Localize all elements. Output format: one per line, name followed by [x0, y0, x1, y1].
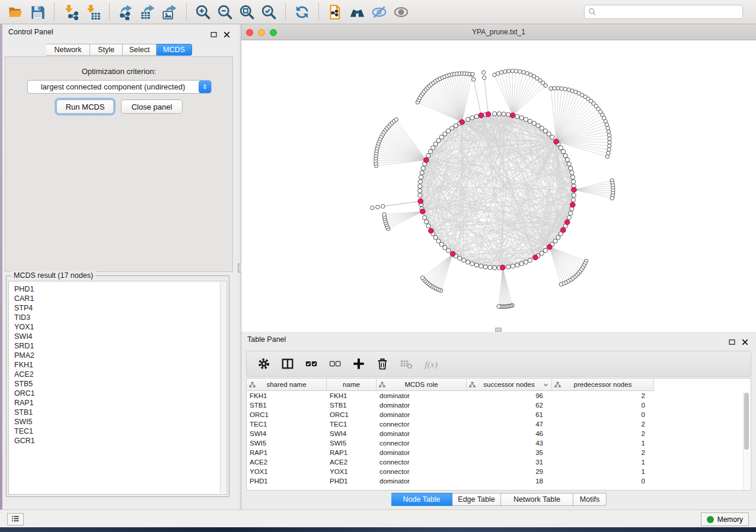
- leaf-node[interactable]: [607, 133, 611, 137]
- add-column-icon[interactable]: [352, 357, 365, 370]
- leaf-node[interactable]: [507, 69, 511, 73]
- panel-menu-button[interactable]: [7, 513, 24, 525]
- network-node[interactable]: [543, 248, 547, 252]
- network-node[interactable]: [446, 248, 450, 252]
- horizontal-splitter-handle[interactable]: [495, 328, 502, 332]
- zoom-selected-icon[interactable]: [261, 4, 277, 20]
- table-row[interactable]: TEC1 TEC1 connector 47 2: [247, 419, 751, 429]
- network-node[interactable]: [559, 146, 563, 150]
- select-all-icon[interactable]: [305, 357, 318, 370]
- column-header[interactable]: shared name: [247, 379, 327, 391]
- leaf-node[interactable]: [482, 76, 486, 79]
- network-node[interactable]: [519, 262, 524, 266]
- mcds-hub-node[interactable]: [450, 251, 455, 257]
- mcds-hub-node[interactable]: [420, 209, 425, 214]
- leaf-node[interactable]: [514, 69, 518, 73]
- column-header[interactable]: MCDS role: [377, 379, 467, 391]
- control-panel-tab[interactable]: Network: [46, 44, 90, 56]
- leaf-node[interactable]: [376, 205, 379, 209]
- control-panel-tab[interactable]: MCDS: [157, 44, 192, 56]
- table-row[interactable]: FKH1 FKH1 dominator 96 2: [247, 391, 751, 400]
- zoom-out-icon[interactable]: [217, 4, 233, 20]
- mcds-result-item[interactable]: PMA2: [14, 351, 227, 360]
- network-node[interactable]: [536, 123, 540, 127]
- leaf-node[interactable]: [382, 213, 386, 216]
- mcds-result-item[interactable]: ORC1: [14, 389, 227, 398]
- network-node[interactable]: [418, 180, 422, 184]
- table-row[interactable]: SWI4 SWI4 dominator 46 2: [247, 429, 751, 438]
- leaf-node[interactable]: [556, 86, 560, 90]
- network-node[interactable]: [547, 132, 551, 136]
- leaf-node[interactable]: [606, 126, 610, 130]
- mcds-result-item[interactable]: RAP1: [14, 398, 227, 408]
- leaf-node[interactable]: [553, 86, 556, 90]
- network-node[interactable]: [439, 242, 444, 246]
- column-header[interactable]: successor nodes: [467, 379, 552, 391]
- network-node[interactable]: [515, 114, 519, 118]
- network-node[interactable]: [436, 239, 441, 243]
- network-node[interactable]: [418, 184, 422, 188]
- table-scrollbar[interactable]: [743, 392, 750, 489]
- network-node[interactable]: [553, 239, 557, 243]
- network-node[interactable]: [528, 258, 532, 262]
- network-node[interactable]: [426, 224, 430, 228]
- network-node[interactable]: [519, 116, 524, 120]
- mcds-hub-node[interactable]: [500, 265, 505, 270]
- table-row[interactable]: ORC1 ORC1 dominator 61 0: [247, 410, 751, 419]
- network-node[interactable]: [483, 265, 487, 269]
- network-node[interactable]: [524, 117, 528, 121]
- network-node[interactable]: [470, 262, 474, 266]
- network-node[interactable]: [433, 142, 438, 146]
- network-node[interactable]: [454, 123, 458, 127]
- leaf-node[interactable]: [499, 70, 503, 74]
- network-node[interactable]: [419, 175, 423, 179]
- network-node[interactable]: [423, 216, 427, 220]
- network-node[interactable]: [569, 166, 573, 170]
- network-node[interactable]: [506, 265, 511, 269]
- column-header[interactable]: predecessor nodes: [552, 379, 654, 391]
- table-tab[interactable]: Node Table: [391, 493, 452, 506]
- leaf-node[interactable]: [608, 140, 611, 144]
- control-panel-tab[interactable]: Select: [123, 44, 157, 56]
- network-node[interactable]: [431, 146, 435, 150]
- network-canvas[interactable]: [241, 40, 756, 332]
- minimize-traffic-light[interactable]: [258, 29, 265, 36]
- memory-button[interactable]: Memory: [701, 512, 749, 526]
- close-icon[interactable]: [223, 28, 231, 36]
- mcds-hub-node[interactable]: [429, 228, 434, 233]
- mcds-result-item[interactable]: SRD1: [14, 341, 227, 351]
- leaf-node[interactable]: [608, 144, 611, 148]
- show-panel-icon[interactable]: [393, 4, 409, 20]
- leaf-node[interactable]: [420, 276, 424, 280]
- network-node[interactable]: [565, 158, 569, 162]
- leaf-node[interactable]: [511, 69, 514, 73]
- network-node[interactable]: [524, 260, 528, 264]
- mcds-result-item[interactable]: FKH1: [14, 360, 227, 370]
- network-node[interactable]: [563, 153, 567, 158]
- mcds-result-item[interactable]: TID3: [14, 313, 227, 322]
- mcds-hub-node[interactable]: [547, 245, 553, 250]
- network-node[interactable]: [418, 193, 422, 197]
- mcds-hub-node[interactable]: [460, 120, 465, 125]
- mcds-hub-node[interactable]: [560, 227, 566, 233]
- network-node[interactable]: [461, 258, 465, 262]
- network-node[interactable]: [570, 175, 575, 179]
- mcds-result-item[interactable]: GCR1: [14, 436, 227, 446]
- open-icon[interactable]: [8, 4, 24, 20]
- network-node[interactable]: [571, 180, 575, 184]
- leaf-node[interactable]: [607, 151, 610, 155]
- network-node[interactable]: [497, 111, 501, 116]
- network-node[interactable]: [488, 265, 492, 270]
- network-node[interactable]: [567, 216, 571, 220]
- mcds-hub-node[interactable]: [533, 255, 538, 260]
- mcds-hub-node[interactable]: [572, 187, 577, 193]
- table-row[interactable]: RAP1 RAP1 dominator 35 2: [247, 448, 751, 457]
- network-node[interactable]: [540, 251, 544, 255]
- network-node[interactable]: [506, 113, 511, 117]
- zoom-in-icon[interactable]: [195, 4, 211, 20]
- network-node[interactable]: [428, 149, 432, 153]
- mcds-hub-node[interactable]: [486, 112, 491, 117]
- network-node[interactable]: [570, 171, 574, 175]
- export-table-icon[interactable]: [140, 4, 156, 20]
- network-node[interactable]: [426, 153, 430, 158]
